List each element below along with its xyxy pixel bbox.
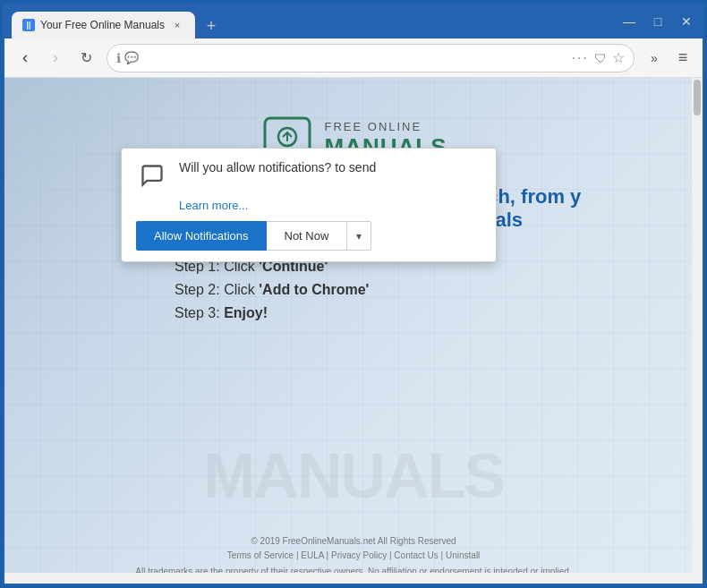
back-button[interactable]: ‹ bbox=[12, 45, 38, 72]
forward-button[interactable]: › bbox=[42, 45, 69, 72]
reload-icon: ↻ bbox=[81, 49, 92, 66]
navigation-bar: ‹ › ↻ ℹ 💬 ··· 🛡 ☆ » ≡ bbox=[4, 38, 703, 78]
back-icon: ‹ bbox=[22, 48, 28, 67]
tab-title: Your Free Online Manuals bbox=[40, 19, 165, 31]
reload-button[interactable]: ↻ bbox=[72, 45, 99, 72]
notification-message: Will you allow notifications? to send bbox=[179, 159, 481, 177]
chevron-right-icon: » bbox=[651, 51, 658, 65]
title-bar: || Your Free Online Manuals × + — □ ✕ bbox=[4, 4, 703, 38]
tab-bar: || Your Free Online Manuals × + bbox=[12, 4, 224, 38]
horizontal-scrollbar[interactable] bbox=[4, 573, 692, 584]
notification-popup: Will you allow notifications? to send Le… bbox=[121, 148, 497, 262]
step2-bold: 'Add to Chrome' bbox=[259, 282, 369, 297]
minimize-button[interactable]: — bbox=[620, 14, 638, 29]
step-3: Step 3: Enjoy! bbox=[175, 305, 532, 321]
allow-notifications-button[interactable]: Allow Notifications bbox=[136, 221, 267, 251]
notification-message-suffix: to send bbox=[335, 160, 376, 175]
window-controls: — □ ✕ bbox=[620, 14, 695, 29]
new-tab-button[interactable]: + bbox=[199, 13, 224, 38]
address-bar[interactable]: ℹ 💬 ··· 🛡 ☆ bbox=[106, 44, 635, 72]
not-now-button[interactable]: Not Now bbox=[267, 221, 348, 251]
menu-icon: ≡ bbox=[678, 48, 688, 67]
address-bar-right: ··· 🛡 ☆ bbox=[572, 49, 625, 66]
notification-buttons: Allow Notifications Not Now ▾ bbox=[136, 221, 481, 251]
steps-area: Step 1: Click 'Continue' Step 2: Click '… bbox=[175, 259, 532, 328]
step3-label: Step 3: bbox=[175, 305, 224, 320]
info-icon: ℹ bbox=[116, 51, 121, 65]
watermark: MANUALS bbox=[203, 440, 504, 512]
footer-copyright: © 2019 FreeOnlineManuals.net All Rights … bbox=[4, 536, 703, 546]
nav-right: » ≡ bbox=[642, 46, 695, 71]
notification-message-prefix: Will you allow notifications? bbox=[179, 160, 331, 175]
footer-links: Terms of Service | EULA | Privacy Policy… bbox=[4, 550, 703, 560]
star-icon[interactable]: ☆ bbox=[612, 49, 625, 66]
more-icon[interactable]: ··· bbox=[572, 50, 589, 66]
content-area: Will you allow notifications? to send Le… bbox=[4, 78, 703, 584]
dropdown-arrow-icon: ▾ bbox=[356, 230, 362, 243]
close-button[interactable]: ✕ bbox=[677, 14, 695, 29]
address-bar-icons: ℹ 💬 bbox=[116, 51, 139, 65]
forward-icon: › bbox=[53, 48, 58, 67]
chat-icon: 💬 bbox=[124, 51, 139, 64]
logo-free-label: FREE ONLINE bbox=[325, 120, 447, 133]
maximize-button[interactable]: □ bbox=[649, 14, 667, 29]
active-tab[interactable]: || Your Free Online Manuals × bbox=[12, 12, 195, 38]
tab-favicon: || bbox=[22, 19, 35, 31]
menu-button[interactable]: ≡ bbox=[670, 46, 695, 71]
notification-bell-icon bbox=[136, 159, 168, 192]
chevron-right-button[interactable]: » bbox=[642, 46, 667, 71]
step3-bold: Enjoy! bbox=[224, 305, 268, 320]
step-2: Step 2: Click 'Add to Chrome' bbox=[175, 282, 532, 298]
tab-close-button[interactable]: × bbox=[170, 18, 184, 32]
learn-more-link[interactable]: Learn more... bbox=[179, 199, 481, 212]
notification-dropdown-button[interactable]: ▾ bbox=[347, 221, 371, 251]
shield-icon: 🛡 bbox=[594, 51, 607, 65]
browser-window: || Your Free Online Manuals × + — □ ✕ ‹ … bbox=[3, 3, 704, 585]
step2-label: Step 2: Click bbox=[175, 282, 259, 297]
notification-header: Will you allow notifications? to send bbox=[136, 159, 481, 192]
